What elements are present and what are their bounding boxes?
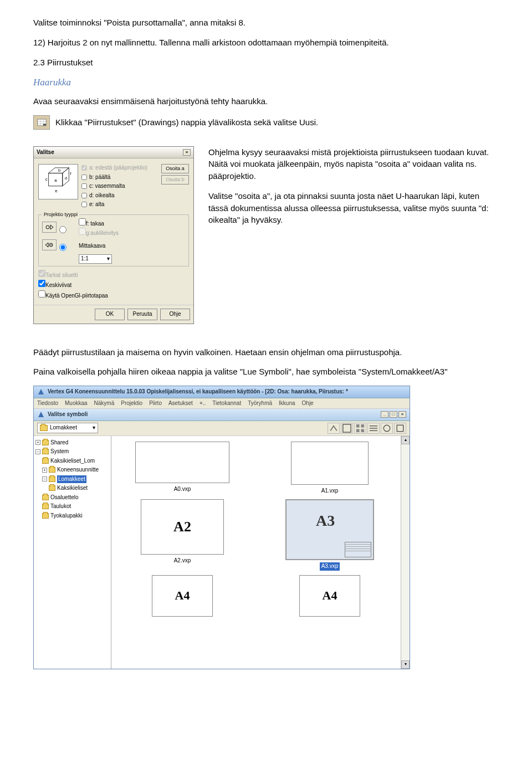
- check-a[interactable]: [81, 165, 87, 171]
- menu-asetukset[interactable]: Asetukset: [168, 399, 193, 408]
- menu-tietokannat[interactable]: Tietokannat: [212, 399, 241, 408]
- check-f[interactable]: [79, 218, 86, 225]
- folder-icon: [42, 513, 49, 519]
- osoita-b-button[interactable]: Osoita b: [161, 175, 189, 184]
- toolbar-view-2[interactable]: [354, 423, 366, 434]
- check-keski[interactable]: [38, 280, 45, 287]
- menu-plus[interactable]: +..: [200, 399, 206, 408]
- dialog-title: Valitse: [37, 148, 54, 157]
- svg-text:a: a: [54, 178, 57, 183]
- thumbnail-scrollbar[interactable]: ▴ ▾: [401, 436, 410, 669]
- svg-marker-16: [50, 225, 53, 229]
- tree-collapse-icon[interactable]: −: [35, 449, 40, 454]
- folder-icon: [42, 495, 49, 500]
- proj-type-radio-2[interactable]: [59, 244, 66, 251]
- tree-taulukot[interactable]: Taulukot: [50, 503, 71, 511]
- window-min-button[interactable]: _: [381, 411, 388, 418]
- folder-tree: +Shared −System Kaksikieliset_Lom +Konee…: [34, 436, 111, 669]
- thumb-a3-inner: A3: [316, 510, 335, 532]
- tree-collapse-icon[interactable]: −: [42, 476, 47, 481]
- toolbar-view-4[interactable]: [381, 423, 393, 434]
- check-e[interactable]: [81, 202, 87, 207]
- check-opengl[interactable]: [38, 290, 45, 298]
- svg-point-15: [46, 225, 49, 229]
- folder-icon: [42, 458, 49, 464]
- para-projections-explain: Ohjelma kysyy seuraavaksi mistä projekti…: [208, 146, 499, 182]
- menu-projektio[interactable]: Projektio: [121, 399, 142, 408]
- thumb-a0[interactable]: A0.vxp: [117, 442, 248, 495]
- tree-expand-icon[interactable]: +: [35, 440, 40, 445]
- toolbar-view-3[interactable]: [367, 423, 380, 434]
- scroll-down-icon[interactable]: ▾: [401, 660, 410, 669]
- symbol-dialog-title: Valitse symboli: [48, 411, 88, 419]
- tree-tyokalu[interactable]: Tyokalupakki: [50, 512, 83, 520]
- thumb-a3[interactable]: A3 A3.vxp: [264, 499, 395, 571]
- ok-button[interactable]: OK: [95, 309, 125, 320]
- para-read-symbol: Paina valkoisella pohjalla hiiren oikeaa…: [33, 366, 499, 378]
- check-g-label: g:auklileivitys: [86, 230, 119, 236]
- tree-system[interactable]: System: [50, 448, 69, 456]
- check-g[interactable]: [79, 228, 86, 235]
- svg-rect-5: [43, 124, 46, 125]
- drawings-icon-row: Klikkaa "Piirrustukset" (Drawings) nappi…: [33, 115, 499, 130]
- para-click-drawings: Klikkaa "Piirrustukset" (Drawings) nappi…: [55, 116, 318, 129]
- keski-label: Keskiviivat: [45, 282, 71, 288]
- window-close-button[interactable]: ×: [398, 411, 406, 418]
- toolbar-view-5[interactable]: [394, 423, 406, 434]
- svg-point-18: [50, 244, 52, 245]
- check-b[interactable]: [81, 175, 87, 180]
- help-button[interactable]: Ohje: [160, 309, 190, 320]
- svg-point-30: [383, 425, 390, 431]
- folder-dropdown[interactable]: Lomakkeet ▾: [37, 423, 98, 433]
- scale-dropdown[interactable]: 1:1▾: [79, 254, 112, 264]
- app-icon: [37, 388, 45, 396]
- valitse-dialog: Valitse × a b d c e f: [33, 146, 194, 324]
- osoita-a-button[interactable]: Osoita a: [161, 164, 189, 173]
- tree-expand-icon[interactable]: +: [42, 468, 47, 473]
- tree-shared[interactable]: Shared: [50, 439, 68, 447]
- app-title-text: Vertex G4 Koneensuunnittelu 15.0.03 Opis…: [48, 388, 348, 396]
- menu-muokkaa[interactable]: Muokkaa: [65, 399, 88, 408]
- svg-text:d: d: [65, 176, 67, 181]
- scroll-up-icon[interactable]: ▴: [401, 436, 410, 444]
- tree-kaksi-lom[interactable]: Kaksikieliset_Lom: [50, 457, 95, 465]
- symbol-dialog-titlebar: Valitse symboli _ □ ×: [34, 409, 410, 421]
- proj-type-radio-1[interactable]: [59, 226, 66, 233]
- check-tarkat[interactable]: [38, 270, 45, 277]
- tree-koneen[interactable]: Koneensuunnitte: [57, 466, 99, 474]
- check-c[interactable]: [81, 183, 87, 189]
- drawings-icon: [33, 115, 50, 130]
- dialog-close-button[interactable]: ×: [183, 149, 191, 156]
- toolbar-view-1[interactable]: [341, 423, 353, 434]
- tree-lomakkeet[interactable]: Lomakkeet: [57, 475, 86, 484]
- tree-osaluettelo[interactable]: Osaluettelo: [50, 494, 79, 502]
- svg-text:e: e: [55, 189, 57, 194]
- proj-type-button-1[interactable]: [42, 222, 57, 233]
- para-open-haarukka: Avaa seuraavaksi ensimmäisenä harjoitust…: [33, 95, 499, 107]
- toolbar-up-button[interactable]: [328, 423, 340, 434]
- menu-piirto[interactable]: Piirto: [149, 399, 162, 408]
- menu-ohje[interactable]: Ohje: [302, 399, 314, 408]
- tree-kaksi[interactable]: Kaksikieliset: [57, 484, 88, 493]
- para-remove-extrude: Valitse toiminnoksi "Poista pursottamall…: [33, 17, 499, 29]
- thumb-a4b-inner: A4: [323, 587, 337, 604]
- proj-type-button-2[interactable]: [42, 239, 57, 250]
- thumb-a2[interactable]: A2 A2.vxp: [117, 499, 248, 571]
- menu-tiedosto[interactable]: Tiedosto: [37, 399, 58, 408]
- menu-nakyma[interactable]: Näkymä: [94, 399, 115, 408]
- menu-tyoryhma[interactable]: Työryhmä: [248, 399, 272, 408]
- section-number: 2.3 Piirrustukset: [33, 57, 499, 69]
- menu-ikkuna[interactable]: Ikkuna: [279, 399, 295, 408]
- check-a-label: a: edestä (pääprojektio): [89, 164, 147, 172]
- app-titlebar: Vertex G4 Koneensuunnittelu 15.0.03 Opis…: [34, 386, 410, 398]
- cancel-button[interactable]: Peruuta: [127, 309, 157, 320]
- tarkat-label: Tarkat siluetti: [45, 272, 78, 278]
- thumb-a4b[interactable]: A4: [264, 575, 395, 617]
- thumb-a4a[interactable]: A4: [117, 575, 248, 617]
- thumb-a0-label: A0.vxp: [174, 485, 191, 494]
- svg-marker-19: [45, 243, 48, 247]
- window-max-button[interactable]: □: [390, 411, 397, 418]
- thumb-a1[interactable]: A1.vxp: [264, 442, 395, 495]
- svg-rect-26: [361, 429, 364, 432]
- check-d[interactable]: [81, 193, 87, 198]
